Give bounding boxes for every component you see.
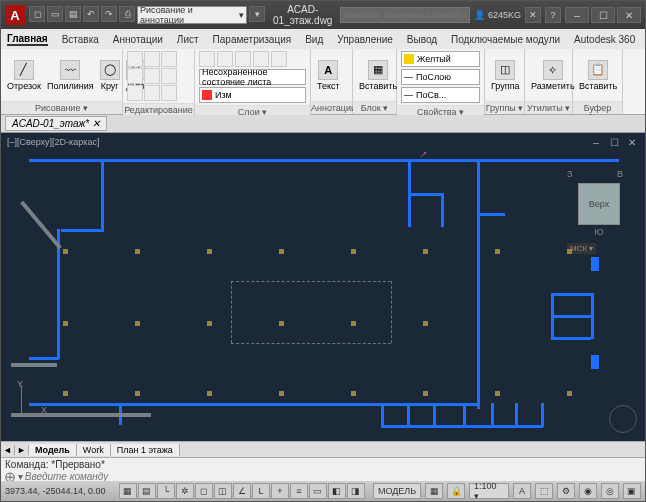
ribbon-tab-insert[interactable]: Вставка [62, 34, 99, 45]
ribbon-tab-view[interactable]: Вид [305, 34, 323, 45]
help-icon[interactable]: ? [545, 7, 561, 23]
help-search-input[interactable] [340, 7, 470, 23]
layer-current-dropdown[interactable]: Изм [199, 87, 306, 103]
window-close-button[interactable]: ✕ [617, 7, 641, 23]
snap-mode-icon[interactable]: ▦ [119, 483, 137, 499]
grid-icon[interactable]: ▤ [138, 483, 156, 499]
qat-save-icon[interactable]: ▤ [65, 6, 81, 22]
layer-off-icon[interactable] [253, 51, 269, 67]
layout-tab-2[interactable]: План 1 этажа [111, 444, 180, 456]
layer-swatch [202, 90, 212, 100]
layer-lock-icon[interactable] [235, 51, 251, 67]
trim-icon[interactable] [161, 51, 177, 67]
panel-title-clipboard: Буфер обмена [573, 101, 622, 114]
panel-title-groups[interactable]: Группы ▾ [485, 101, 524, 114]
insert-block-button[interactable]: ▦Вставить [357, 60, 399, 91]
polyline-button[interactable]: 〰Полилиния [45, 60, 96, 91]
qat-print-icon[interactable]: ⎙ [119, 6, 135, 22]
linetype-dropdown[interactable]: — ПоСлою [401, 69, 480, 85]
ribbon-tab-parametric[interactable]: Параметризация [213, 34, 292, 45]
hw-accel-icon[interactable]: ◉ [579, 483, 597, 499]
model-space-button[interactable]: МОДЕЛЬ [373, 483, 421, 499]
layout-prev-button[interactable]: ◄ [1, 445, 15, 455]
layout-next-button[interactable]: ► [15, 445, 29, 455]
window-title: ACAD-01_этаж.dwg [269, 4, 336, 26]
ribbon-tab-home[interactable]: Главная [7, 33, 48, 46]
layer-state-dropdown[interactable]: Несохраненное состояние листа [199, 69, 306, 85]
panel-title-annotation[interactable]: Аннотации ▾ [311, 101, 352, 114]
status-grid2-icon[interactable]: ▦ [425, 483, 443, 499]
qat-undo-icon[interactable]: ↶ [83, 6, 99, 22]
window-maximize-button[interactable]: ☐ [591, 7, 615, 23]
stretch-icon[interactable] [127, 85, 143, 101]
polar-icon[interactable]: ✲ [176, 483, 194, 499]
layout-tab-1[interactable]: Work [77, 444, 111, 456]
rotate-icon[interactable] [144, 51, 160, 67]
modify-tools-grid [127, 51, 177, 101]
qp-icon[interactable]: ◧ [328, 483, 346, 499]
paste-button[interactable]: 📋Вставить [577, 60, 619, 91]
signin-label[interactable]: 👤 6245KG [474, 10, 521, 20]
ribbon-tab-plugins[interactable]: Подключаемые модули [451, 34, 560, 45]
mirror-icon[interactable] [144, 68, 160, 84]
exchange-icon[interactable]: ✕ [525, 7, 541, 23]
group-button[interactable]: ◫Группа [489, 60, 522, 91]
sc-icon[interactable]: ◨ [347, 483, 365, 499]
doc-tab-close-icon[interactable]: ✕ [92, 118, 100, 129]
tpy-icon[interactable]: ▭ [309, 483, 327, 499]
line-button[interactable]: ╱Отрезок [5, 60, 43, 91]
qat-redo-icon[interactable]: ↷ [101, 6, 117, 22]
coordinate-readout[interactable]: 3973.44, -25044.14, 0.00 [5, 486, 115, 496]
ortho-icon[interactable]: └ [157, 483, 175, 499]
nav-wheel-icon[interactable] [609, 405, 637, 433]
lineweight-dropdown[interactable]: — ПоСв... [401, 87, 480, 103]
layer-match-icon[interactable] [271, 51, 287, 67]
qat-new-icon[interactable]: ◻ [29, 6, 45, 22]
annotation-scale-dropdown[interactable]: 1:100 ▾ [469, 483, 509, 499]
layer-props-icon[interactable] [199, 51, 215, 67]
isolate-icon[interactable]: ◎ [601, 483, 619, 499]
qat-open-icon[interactable]: ▭ [47, 6, 63, 22]
panel-title-block[interactable]: Блок ▾ [353, 101, 396, 114]
drawing-canvas[interactable]: [–][Сверху][2D-каркас] – ☐ ✕ ЗВ Верх Ю М… [1, 133, 645, 441]
annoscale-icon[interactable]: A [513, 483, 531, 499]
lwt-icon[interactable]: ≡ [290, 483, 308, 499]
layer-freeze-icon[interactable] [217, 51, 233, 67]
text-button[interactable]: AТекст [315, 60, 342, 91]
ducs-icon[interactable]: L [252, 483, 270, 499]
command-icon[interactable]: ⨁ ▾ [5, 471, 23, 482]
command-history: Команда: *Прервано* [5, 459, 641, 470]
ribbon-tab-bar: Главная Вставка Аннотации Лист Параметри… [1, 29, 645, 49]
color-swatch-icon [404, 54, 414, 64]
panel-title-utilities[interactable]: Утилиты ▾ [525, 101, 572, 114]
ribbon-tab-a360[interactable]: Autodesk 360 [574, 34, 635, 45]
move-icon[interactable] [127, 51, 143, 67]
ribbon-tab-layout[interactable]: Лист [177, 34, 199, 45]
app-logo[interactable]: A [5, 5, 25, 25]
color-dropdown[interactable]: Желтый [401, 51, 480, 67]
panel-title-draw[interactable]: Рисование ▾ [1, 101, 122, 114]
qat-more-icon[interactable]: ▾ [249, 6, 265, 22]
clean-screen-icon[interactable]: ▣ [623, 483, 641, 499]
3dosnap-icon[interactable]: ◫ [214, 483, 232, 499]
otrack-icon[interactable]: ∠ [233, 483, 251, 499]
circle-button[interactable]: ◯Круг [98, 60, 122, 91]
ribbon-tab-output[interactable]: Вывод [407, 34, 437, 45]
status-lock-icon[interactable]: 🔒 [447, 483, 465, 499]
annovis-icon[interactable]: ⬚ [535, 483, 553, 499]
document-tab[interactable]: ACAD-01_этаж* ✕ [5, 116, 107, 131]
ws-switch-icon[interactable]: ⚙ [557, 483, 575, 499]
fillet-icon[interactable] [161, 68, 177, 84]
model-tab[interactable]: Модель [29, 444, 77, 456]
measure-button[interactable]: ⟡Разметить [529, 60, 577, 91]
ribbon-tab-manage[interactable]: Управление [337, 34, 393, 45]
copy-icon[interactable] [127, 68, 143, 84]
ribbon-tab-annotate[interactable]: Аннотации [113, 34, 163, 45]
window-minimize-button[interactable]: – [565, 7, 589, 23]
dyn-icon[interactable]: + [271, 483, 289, 499]
osnap-icon[interactable]: ◻ [195, 483, 213, 499]
workspace-dropdown[interactable]: Рисование и аннотации▾ [137, 6, 247, 24]
array-icon[interactable] [161, 85, 177, 101]
scale-icon[interactable] [144, 85, 160, 101]
